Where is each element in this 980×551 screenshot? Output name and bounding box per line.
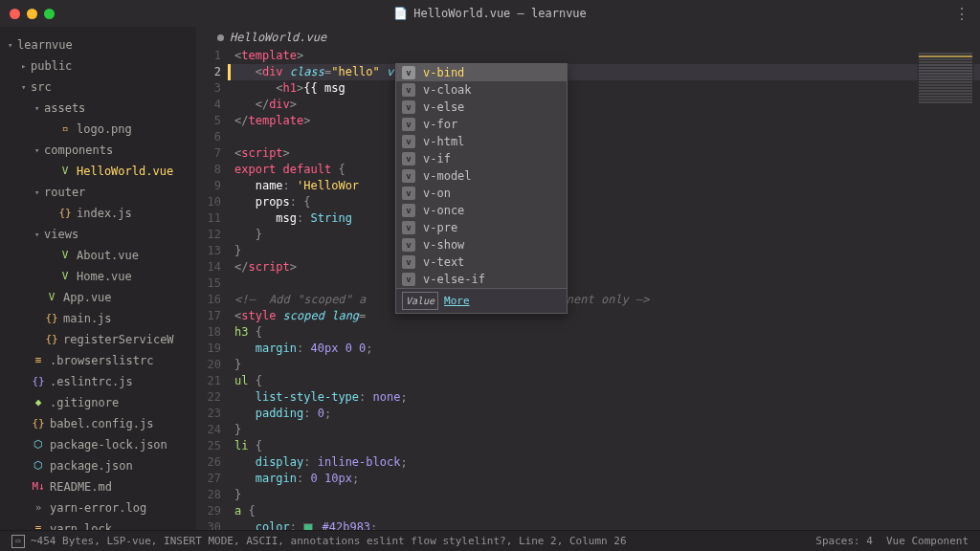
autocomplete-item-label: v-else-if	[423, 272, 485, 288]
tree-item-label: main.js	[63, 310, 112, 327]
tree-item-learnvue[interactable]: ▾learnvue	[0, 34, 196, 55]
line-number: 4	[196, 97, 221, 113]
line-number: 2	[196, 64, 221, 80]
code-area[interactable]: 1234567891011121314151617181920212223242…	[196, 48, 980, 530]
tab-modified-dot-icon	[217, 34, 224, 41]
autocomplete-item-label: v-show	[423, 237, 464, 253]
tree-item-label: .eslintrc.js	[50, 373, 133, 390]
autocomplete-item-v-show[interactable]: vv-show	[396, 236, 567, 253]
tree-item-label: App.vue	[63, 289, 112, 306]
tree-item-label: learnvue	[17, 36, 73, 54]
line-gutter: 1234567891011121314151617181920212223242…	[196, 48, 231, 530]
tree-item-src[interactable]: ▾src	[0, 77, 196, 98]
autocomplete-item-v-for[interactable]: vv-for	[396, 116, 567, 133]
line-number: 13	[196, 243, 221, 259]
line-number: 14	[196, 259, 221, 276]
line-number: 30	[196, 519, 221, 530]
tree-item-yarn-error-log[interactable]: »yarn-error.log	[0, 497, 196, 518]
tree-item-package-json[interactable]: ⬡package.json	[0, 455, 196, 476]
chevron-icon: ▾	[34, 184, 44, 201]
minimize-icon[interactable]	[27, 9, 37, 19]
line-number: 26	[196, 454, 221, 471]
line-number: 18	[196, 324, 221, 341]
maximize-icon[interactable]	[44, 9, 55, 19]
directive-badge-icon: v	[402, 152, 415, 165]
tree-item-main-js[interactable]: {}main.js	[0, 308, 196, 329]
file-type-icon: ⬡	[31, 457, 46, 474]
tree-item-label: components	[44, 142, 113, 159]
chevron-icon: ▾	[34, 99, 44, 117]
status-language[interactable]: Vue Component	[886, 535, 969, 547]
line-number: 10	[196, 194, 221, 210]
line-number: 23	[196, 406, 221, 422]
directive-badge-icon: v	[402, 66, 415, 79]
line-number: 7	[196, 145, 221, 162]
line-number: 28	[196, 487, 221, 503]
line-number: 29	[196, 503, 221, 519]
titlebar: 📄 HelloWorld.vue — learnvue ⋮	[0, 0, 980, 27]
autocomplete-item-v-pre[interactable]: vv-pre	[396, 219, 567, 236]
autocomplete-item-label: v-for	[423, 117, 457, 133]
code-lines[interactable]: <template> <div class="hello" v-> <h1>{{…	[231, 48, 980, 530]
tree-item-yarn-lock[interactable]: ≡yarn.lock	[0, 518, 196, 530]
autocomplete-item-v-if[interactable]: vv-if	[396, 150, 567, 167]
tree-item-components[interactable]: ▾components	[0, 140, 196, 161]
status-spaces[interactable]: Spaces: 4	[815, 535, 873, 547]
tree-item-home-vue[interactable]: VHome.vue	[0, 266, 196, 287]
autocomplete-item-label: v-cloak	[423, 82, 472, 99]
autocomplete-popup[interactable]: vv-bindvv-cloakvv-elsevv-forvv-htmlvv-if…	[395, 63, 568, 314]
tree-item-app-vue[interactable]: VApp.vue	[0, 287, 196, 308]
autocomplete-item-label: v-if	[423, 151, 451, 167]
tree-item-label: router	[44, 184, 85, 201]
autocomplete-item-v-bind[interactable]: vv-bind	[396, 64, 567, 81]
tree-item-label: src	[31, 78, 52, 96]
autocomplete-item-v-else[interactable]: vv-else	[396, 99, 567, 116]
tree-item-helloworld-vue[interactable]: VHelloWorld.vue	[0, 161, 196, 182]
tree-item-router[interactable]: ▾router	[0, 182, 196, 203]
file-tree[interactable]: ▾learnvue▸public▾src▾assets▫logo.png▾com…	[0, 27, 196, 530]
file-type-icon: {}	[44, 331, 59, 348]
tree-item-registerservicew[interactable]: {}registerServiceW	[0, 329, 196, 350]
directive-badge-icon: v	[402, 238, 415, 252]
tree-item-about-vue[interactable]: VAbout.vue	[0, 245, 196, 266]
tab-helloworld[interactable]: HelloWorld.vue	[206, 27, 338, 48]
file-type-icon: ≡	[31, 352, 46, 369]
autocomplete-more-link[interactable]: More	[444, 293, 470, 309]
line-number: 3	[196, 80, 221, 97]
tree-item-index-js[interactable]: {}index.js	[0, 203, 196, 224]
tree-item--browserslistrc[interactable]: ≡.browserslistrc	[0, 350, 196, 371]
tree-item-babel-config-js[interactable]: {}babel.config.js	[0, 413, 196, 434]
file-type-icon: V	[44, 289, 59, 306]
autocomplete-item-v-on[interactable]: vv-on	[396, 185, 567, 202]
tree-item-label: .browserslistrc	[50, 352, 153, 369]
minimap[interactable]	[917, 52, 974, 128]
file-type-icon: ▫	[57, 121, 73, 138]
tree-item-logo-png[interactable]: ▫logo.png	[0, 119, 196, 140]
panel-icon[interactable]: ▭	[11, 535, 25, 548]
tree-item-views[interactable]: ▾views	[0, 224, 196, 245]
autocomplete-item-v-else-if[interactable]: vv-else-if	[396, 271, 567, 288]
autocomplete-item-v-model[interactable]: vv-model	[396, 167, 567, 185]
autocomplete-item-v-once[interactable]: vv-once	[396, 202, 567, 219]
autocomplete-item-v-text[interactable]: vv-text	[396, 253, 567, 271]
line-number: 5	[196, 113, 221, 129]
file-type-icon: »	[31, 499, 46, 517]
more-icon[interactable]: ⋮	[954, 5, 970, 23]
tree-item--gitignore[interactable]: ◆.gitignore	[0, 392, 196, 413]
tree-item-label: logo.png	[77, 121, 132, 138]
tree-item-package-lock-json[interactable]: ⬡package-lock.json	[0, 434, 196, 455]
tree-item--eslintrc-js[interactable]: {}.eslintrc.js	[0, 371, 196, 392]
tree-item-label: package.json	[50, 457, 133, 474]
tree-item-readme-md[interactable]: M↓README.md	[0, 476, 196, 497]
line-number: 27	[196, 471, 221, 487]
line-number: 25	[196, 438, 221, 454]
tree-item-public[interactable]: ▸public	[0, 55, 196, 77]
directive-badge-icon: v	[402, 221, 415, 234]
directive-badge-icon: v	[402, 135, 415, 148]
tree-item-assets[interactable]: ▾assets	[0, 98, 196, 119]
file-type-icon: {}	[31, 415, 46, 432]
close-icon[interactable]	[10, 9, 20, 19]
autocomplete-item-v-cloak[interactable]: vv-cloak	[396, 81, 567, 99]
autocomplete-item-v-html[interactable]: vv-html	[396, 133, 567, 150]
tabbar: HelloWorld.vue	[196, 27, 980, 48]
